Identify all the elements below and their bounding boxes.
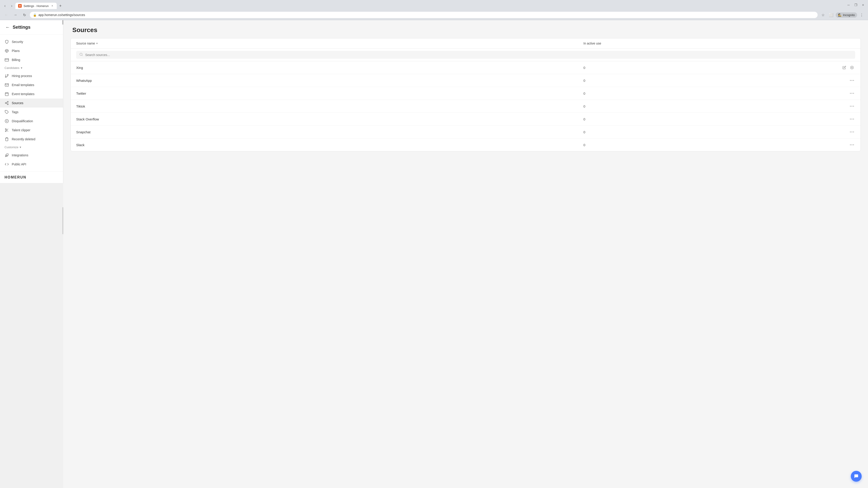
sidebar-item-billing[interactable]: Billing (0, 55, 63, 64)
dot (853, 80, 854, 81)
candidates-section-header[interactable]: Candidates ▾ (0, 64, 63, 71)
nav-back-button[interactable]: ← (3, 11, 10, 19)
source-name: WhatsApp (76, 78, 583, 83)
dot (853, 106, 854, 107)
tab-close-button[interactable]: × (51, 4, 54, 8)
table-row: Xing 0 (71, 61, 861, 74)
svg-point-11 (5, 103, 6, 104)
settings-title: Settings (13, 25, 31, 30)
logo-text: HOMERUN (4, 175, 59, 180)
sidebar-item-disqualification[interactable]: Disqualification (0, 117, 63, 126)
svg-line-14 (6, 102, 7, 103)
sidebar-item-plans[interactable]: Plans (0, 46, 63, 55)
customize-label: Customize (4, 145, 18, 149)
more-options-button[interactable] (849, 77, 855, 84)
sidebar-item-sources[interactable]: Sources (0, 98, 63, 107)
sidebar-item-label: Disqualification (12, 119, 33, 123)
page-title: Sources (72, 26, 859, 34)
dot (853, 119, 854, 120)
window-close-button[interactable]: × (860, 2, 866, 8)
table-row: Snapchat 0 (71, 126, 861, 138)
sidebar-item-event-templates[interactable]: Event templates (0, 90, 63, 98)
dot (853, 93, 854, 94)
sidebar-item-talent-clipper[interactable]: Talent clipper (0, 126, 63, 135)
sidebar-item-public-api[interactable]: Public API (0, 160, 63, 169)
tablet-button[interactable]: ⬜ (828, 11, 835, 19)
sidebar-item-integrations[interactable]: Integrations (0, 151, 63, 160)
settings-header: ← Settings (0, 20, 63, 35)
scissors-icon (4, 128, 9, 132)
source-count: 0 (583, 117, 837, 121)
new-tab-button[interactable]: + (57, 3, 64, 9)
svg-point-4 (7, 74, 8, 75)
sidebar-item-label: Tags (12, 110, 19, 114)
sources-table: Source name ▾ In active use (70, 38, 861, 151)
sidebar-item-hiring-process[interactable]: Hiring process (0, 71, 63, 80)
svg-rect-1 (5, 59, 9, 61)
source-count: 0 (583, 143, 837, 147)
nav-forward-button[interactable]: → (12, 11, 19, 19)
back-button[interactable]: ← (5, 25, 10, 30)
row-actions (837, 90, 855, 96)
sidebar-item-label: Sources (12, 101, 23, 105)
delete-confirm-button[interactable] (849, 64, 855, 71)
sidebar-item-label: Security (12, 40, 23, 43)
col-header-source-name[interactable]: Source name ▾ (76, 41, 583, 45)
dot (851, 93, 852, 94)
sidebar-item-email-templates[interactable]: Email templates (0, 80, 63, 90)
menu-button[interactable]: ⋮ (858, 11, 865, 19)
source-name: Snapchat (76, 130, 583, 134)
sidebar-item-security[interactable]: Security (0, 37, 63, 46)
bookmark-button[interactable]: ☆ (819, 11, 827, 19)
sidebar-item-tags[interactable]: Tags (0, 107, 63, 117)
more-options-button[interactable] (849, 129, 855, 135)
sidebar-item-label: Talent clipper (12, 128, 31, 132)
window-restore-button[interactable]: ❐ (852, 2, 859, 8)
trash-icon (4, 137, 9, 141)
row-actions (837, 64, 855, 71)
svg-line-22 (7, 131, 8, 131)
box-icon (4, 48, 9, 53)
table-header-row: Source name ▾ In active use (71, 38, 861, 48)
search-icon (79, 53, 83, 57)
more-options-button[interactable] (849, 90, 855, 96)
credit-card-icon (4, 58, 9, 62)
dot (850, 131, 851, 132)
more-options-button[interactable] (849, 116, 855, 122)
page-header: Sources (63, 20, 868, 38)
sidebar-item-label: Plans (12, 49, 20, 53)
dot (851, 119, 852, 120)
source-name: Xing (76, 66, 583, 70)
dot (850, 80, 851, 81)
url-bar[interactable]: 🔒 app.homerun.co/settings/sources (30, 12, 817, 18)
tab-nav-next[interactable]: › (8, 3, 15, 9)
more-options-button[interactable] (849, 103, 855, 109)
nav-reload-button[interactable]: ↻ (21, 11, 28, 19)
browser-actions: ☆ ⬜ 🕵 Incognito ⋮ (819, 11, 865, 19)
sidebar-item-recently-deleted[interactable]: Recently deleted (0, 135, 63, 144)
table-row: Stack Overflow 0 (71, 113, 861, 126)
source-count: 0 (583, 66, 837, 70)
tab-nav-prev[interactable]: ‹ (2, 3, 8, 9)
sort-icon: ▾ (96, 42, 98, 45)
circle-x-icon (4, 119, 9, 123)
more-options-button[interactable] (849, 142, 855, 148)
svg-point-5 (5, 76, 6, 77)
customize-section-header[interactable]: Customize ▾ (0, 144, 63, 151)
source-name: Twitter (76, 92, 583, 95)
source-name: Tiktok (76, 104, 583, 108)
edit-button[interactable] (841, 64, 847, 71)
sidebar-item-label: Recently deleted (12, 137, 35, 141)
chat-bubble[interactable] (851, 471, 862, 482)
tag-icon (4, 110, 9, 114)
window-controls: ─ ❐ × (845, 2, 866, 10)
chevron-down-icon: ▾ (21, 66, 22, 70)
table-row: Slack 0 (71, 138, 861, 151)
sidebar-wrapper: ← Settings Security Plans (0, 20, 63, 488)
window-minimize-button[interactable]: ─ (845, 2, 852, 8)
svg-line-13 (6, 103, 7, 104)
search-input-wrap (76, 51, 855, 59)
search-input[interactable] (85, 53, 852, 57)
dot (851, 106, 852, 107)
dot (853, 144, 854, 145)
